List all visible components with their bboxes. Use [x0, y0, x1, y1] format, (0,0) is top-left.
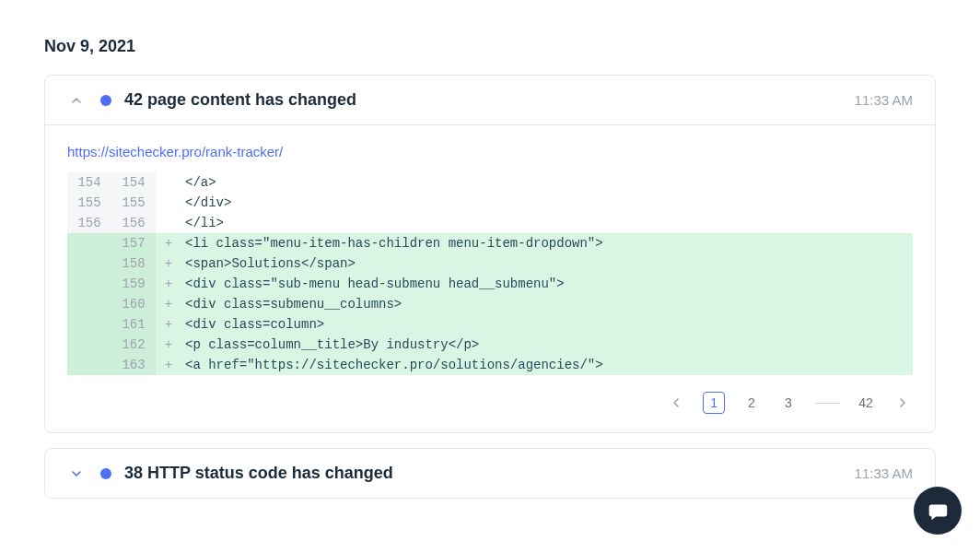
event-time: 11:33 AM — [855, 465, 913, 481]
diff-code: <div class=column> — [181, 314, 913, 335]
diff-row: 160+<div class=submenu__columns> — [67, 294, 913, 314]
line-old: 154 — [67, 172, 111, 193]
line-old — [67, 233, 111, 253]
diff-row: 158+<span>Solutions</span> — [67, 253, 913, 274]
diff-row: 157+<li class="menu-item-has-children me… — [67, 233, 913, 253]
line-new: 154 — [111, 172, 156, 193]
pagination-prev[interactable] — [666, 392, 686, 414]
diff-sign: + — [156, 294, 181, 314]
event-url-link[interactable]: https://sitechecker.pro/rank-tracker/ — [67, 144, 913, 159]
pagination-page[interactable]: 1 — [703, 392, 725, 414]
diff-row: 162+<p class=column__title>By industry</… — [67, 335, 913, 355]
pagination-gap — [815, 403, 839, 404]
diff-sign: + — [156, 274, 181, 294]
chevron-down-icon — [67, 468, 86, 479]
line-old — [67, 274, 111, 294]
event-card-header[interactable]: 42 page content has changed 11:33 AM — [45, 76, 935, 124]
diff-code: </a> — [181, 172, 913, 193]
event-body: https://sitechecker.pro/rank-tracker/ 15… — [45, 124, 935, 432]
diff-sign — [156, 213, 181, 233]
line-old — [67, 335, 111, 355]
event-title: 42 page content has changed — [124, 90, 855, 110]
line-old — [67, 253, 111, 274]
line-new: 163 — [111, 355, 156, 375]
chevron-up-icon — [67, 95, 86, 106]
line-new: 159 — [111, 274, 156, 294]
diff-row: 159+<div class="sub-menu head-submenu he… — [67, 274, 913, 294]
diff-row: 161+<div class=column> — [67, 314, 913, 335]
line-old: 155 — [67, 193, 111, 213]
diff-sign: + — [156, 314, 181, 335]
line-new: 155 — [111, 193, 156, 213]
diff-sign — [156, 193, 181, 213]
status-dot-icon — [100, 95, 111, 106]
pagination: 123 42 — [67, 392, 913, 414]
line-old: 156 — [67, 213, 111, 233]
event-card-header[interactable]: 38 HTTP status code has changed 11:33 AM — [45, 449, 935, 498]
diff-sign: + — [156, 233, 181, 253]
diff-sign: + — [156, 355, 181, 375]
diff-row: 154154</a> — [67, 172, 913, 193]
diff-code: <div class="sub-menu head-submenu head__… — [181, 274, 913, 294]
line-new: 161 — [111, 314, 156, 335]
diff-code: <a href="https://sitechecker.pro/solutio… — [181, 355, 913, 375]
line-old — [67, 314, 111, 335]
pagination-page[interactable]: 3 — [778, 392, 799, 414]
diff-sign — [156, 172, 181, 193]
status-dot-icon — [100, 468, 111, 479]
diff-code: <li class="menu-item-has-children menu-i… — [181, 233, 913, 253]
diff-row: 156156</li> — [67, 213, 913, 233]
event-time: 11:33 AM — [855, 92, 913, 108]
line-new: 158 — [111, 253, 156, 274]
line-new: 156 — [111, 213, 156, 233]
event-card: 42 page content has changed 11:33 AM htt… — [44, 75, 936, 433]
pagination-next[interactable] — [892, 392, 913, 414]
diff-sign: + — [156, 335, 181, 355]
pagination-last[interactable]: 42 — [856, 392, 876, 414]
chat-launcher-button[interactable] — [914, 487, 962, 535]
diff-code: <p class=column__title>By industry</p> — [181, 335, 913, 355]
diff-code: </div> — [181, 193, 913, 213]
diff-code: <span>Solutions</span> — [181, 253, 913, 274]
diff-code: </li> — [181, 213, 913, 233]
line-new: 157 — [111, 233, 156, 253]
line-new: 160 — [111, 294, 156, 314]
diff-row: 163+<a href="https://sitechecker.pro/sol… — [67, 355, 913, 375]
event-card: 38 HTTP status code has changed 11:33 AM — [44, 448, 936, 499]
date-header: Nov 9, 2021 — [44, 37, 936, 56]
diff-code: <div class=submenu__columns> — [181, 294, 913, 314]
pagination-page[interactable]: 2 — [741, 392, 762, 414]
line-old — [67, 294, 111, 314]
line-old — [67, 355, 111, 375]
diff-table: 154154</a>155155</div>156156</li>157+<li… — [67, 172, 913, 375]
line-new: 162 — [111, 335, 156, 355]
diff-sign: + — [156, 253, 181, 274]
diff-row: 155155</div> — [67, 193, 913, 213]
event-title: 38 HTTP status code has changed — [124, 464, 855, 483]
